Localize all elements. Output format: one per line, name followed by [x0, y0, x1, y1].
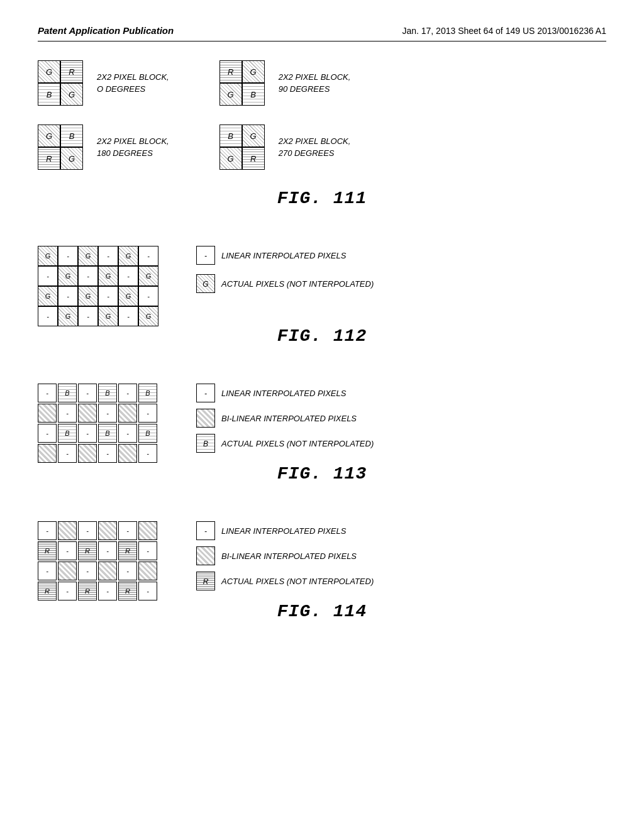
fig112-label: FIG. 112	[38, 326, 606, 346]
r3c1: G	[38, 286, 58, 306]
f4r4c4: -	[98, 582, 117, 600]
r4c2: G	[58, 306, 78, 326]
r4c5: -	[118, 306, 138, 326]
cell-g-tr: G	[242, 60, 265, 83]
legend-g-text: ACTUAL PIXELS (NOT INTERPOLATED)	[221, 279, 374, 289]
r4c3: -	[78, 306, 98, 326]
fig111-bottom-row: G B R G 2X2 PIXEL BLOCK,180 DEGREES B G …	[38, 124, 606, 170]
fig114-legend-actual-text: ACTUAL PIXELS (NOT INTERPOLATED)	[221, 577, 374, 586]
f4r1c2	[58, 521, 77, 540]
fig111-item-270deg: B G G R 2X2 PIXEL BLOCK,270 DEGREES	[219, 124, 351, 170]
fig113-legend-bilinear-box	[196, 409, 215, 428]
f4r1c4	[98, 521, 117, 540]
fig111-label: FIG. 111	[38, 189, 606, 208]
f4r4c3: R	[78, 582, 97, 600]
cell-r-br3: R	[242, 147, 265, 170]
fig111-item-90deg: R G G B 2X2 PIXEL BLOCK,90 DEGREES	[219, 60, 351, 106]
fig112-grid-area: G - G - G - - G - G - G G - G	[38, 246, 158, 326]
page-header: Patent Application Publication Jan. 17, …	[38, 25, 606, 42]
legend-linear-box: -	[196, 246, 215, 265]
r4c6: G	[138, 306, 158, 326]
r4c4: G	[98, 306, 118, 326]
page: Patent Application Publication Jan. 17, …	[0, 0, 644, 830]
legend-g-box: G	[196, 274, 215, 293]
fig114-legend-bilinear-box	[196, 546, 215, 565]
fig113-grid-area: - B - B - B - - - - B - B	[38, 384, 158, 464]
legend-linear-text: LINEAR INTERPOLATED PIXELS	[221, 251, 346, 260]
f3r4c2: -	[58, 444, 77, 463]
r3c2: -	[58, 286, 78, 306]
cell-g-tl2: G	[38, 124, 60, 147]
r3c6: -	[138, 286, 158, 306]
f3r3c4: B	[98, 424, 117, 443]
f3r3c5: -	[118, 424, 137, 443]
fig111-item-0deg: G R B G 2X2 PIXEL BLOCK,O DEGREES	[38, 60, 169, 106]
f3r3c2: B	[58, 424, 77, 443]
r1c5: G	[118, 246, 138, 266]
fig113-legend: - LINEAR INTERPOLATED PIXELS BI-LINEAR I…	[196, 384, 606, 458]
f3r4c1	[38, 444, 57, 463]
f3r3c6: B	[138, 424, 157, 443]
f4r1c6	[138, 521, 157, 540]
cell-g-bl: G	[219, 83, 242, 106]
f4r2c1: R	[38, 541, 57, 560]
fig113-legend-bilinear: BI-LINEAR INTERPOLATED PIXELS	[196, 409, 606, 428]
r1c4: -	[98, 246, 118, 266]
label-180deg: 2X2 PIXEL BLOCK,180 DEGREES	[97, 135, 169, 160]
cell-r-tr: R	[60, 60, 83, 83]
f3r4c3	[78, 444, 97, 463]
f3r2c6: -	[138, 404, 157, 423]
f4r3c1: -	[38, 562, 57, 580]
fig112-content: G - G - G - - G - G - G G - G	[38, 246, 606, 326]
fig114-label: FIG. 114	[38, 602, 606, 621]
r2c3: -	[78, 266, 98, 286]
f3r3c1: -	[38, 424, 57, 443]
fig112-section: G - G - G - - G - G - G G - G	[38, 246, 606, 346]
fig113-legend-actual: B ACTUAL PIXELS (NOT INTERPOLATED)	[196, 434, 606, 453]
fig113-label: FIG. 113	[38, 464, 606, 484]
f4r4c2: -	[58, 582, 77, 600]
f4r1c5: -	[118, 521, 137, 540]
cell-g-bl3: G	[219, 147, 242, 170]
legend-linear: - LINEAR INTERPOLATED PIXELS	[196, 246, 606, 265]
f4r3c6	[138, 562, 157, 580]
cell-b-tl3: B	[219, 124, 242, 147]
fig113-legend-actual-box: B	[196, 434, 215, 453]
f4r3c3: -	[78, 562, 97, 580]
f3r1c2: B	[58, 384, 77, 402]
fig113-legend-linear-text: LINEAR INTERPOLATED PIXELS	[221, 389, 346, 398]
f4r4c1: R	[38, 582, 57, 600]
f3r1c4: B	[98, 384, 117, 402]
fig114-grid-area: - - - R - R - R - - -	[38, 521, 158, 602]
f4r3c2	[58, 562, 77, 580]
fig111-section: G R B G 2X2 PIXEL BLOCK,O DEGREES R G G …	[38, 60, 606, 208]
r2c6: G	[138, 266, 158, 286]
r2c1: -	[38, 266, 58, 286]
fig113-grid: - B - B - B - - - - B - B	[38, 384, 158, 464]
f4r2c4: -	[98, 541, 117, 560]
cell-g-tl: G	[38, 60, 60, 83]
f3r2c3	[78, 404, 97, 423]
f4r3c4	[98, 562, 117, 580]
fig112-grid: G - G - G - - G - G - G G - G	[38, 246, 158, 326]
f4r2c5: R	[118, 541, 137, 560]
r1c2: -	[58, 246, 78, 266]
f3r2c4: -	[98, 404, 117, 423]
f4r1c1: -	[38, 521, 57, 540]
fig111-item-180deg: G B R G 2X2 PIXEL BLOCK,180 DEGREES	[38, 124, 169, 170]
grid-0deg: G R B G	[38, 60, 83, 106]
grid-270deg: B G G R	[219, 124, 265, 170]
legend-actual-g: G ACTUAL PIXELS (NOT INTERPOLATED)	[196, 274, 606, 293]
grid-180deg: G B R G	[38, 124, 83, 170]
header-meta: Jan. 17, 2013 Sheet 64 of 149 US 2013/00…	[402, 26, 606, 36]
fig113-content: - B - B - B - - - - B - B	[38, 384, 606, 464]
f3r4c4: -	[98, 444, 117, 463]
fig111-top-row: G R B G 2X2 PIXEL BLOCK,O DEGREES R G G …	[38, 60, 606, 106]
f3r4c6: -	[138, 444, 157, 463]
f3r1c5: -	[118, 384, 137, 402]
cell-b-br: B	[242, 83, 265, 106]
r2c5: -	[118, 266, 138, 286]
f3r4c5	[118, 444, 137, 463]
fig114-legend-linear-text: LINEAR INTERPOLATED PIXELS	[221, 526, 346, 536]
f3r1c1: -	[38, 384, 57, 402]
